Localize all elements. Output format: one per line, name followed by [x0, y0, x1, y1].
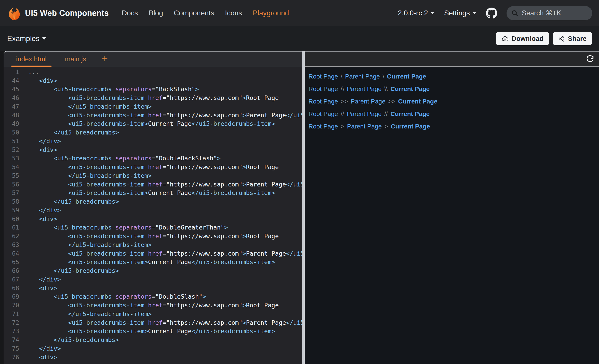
code-token-tag: >	[242, 181, 246, 188]
line-number: 50	[4, 129, 25, 136]
code-line: 50 </ui5-breadcrumbs>	[4, 128, 302, 137]
code-line: 72 <ui5-breadcrumbs-item href="https://w…	[4, 318, 302, 327]
download-button[interactable]: Download	[496, 32, 549, 45]
nav-link-icons[interactable]: Icons	[225, 9, 242, 17]
breadcrumb-link[interactable]: Parent Page	[351, 98, 386, 105]
breadcrumb-current: Current Page	[387, 73, 426, 80]
code-line: 75 </div>	[4, 344, 302, 353]
breadcrumb-link[interactable]: Root Page	[308, 98, 338, 105]
code-token-muted: ...	[25, 68, 39, 75]
tab-index-html[interactable]: index.html	[11, 51, 52, 67]
code-area[interactable]: 1 ...44 <div>45 <ui5-breadcrumbs separat…	[4, 67, 302, 364]
line-number: 74	[4, 336, 25, 343]
refresh-icon[interactable]	[586, 55, 594, 63]
breadcrumb-link[interactable]: Root Page	[308, 110, 338, 118]
code-line: 64 <ui5-breadcrumbs-item href="https://w…	[4, 249, 302, 258]
settings-label: Settings	[444, 9, 470, 17]
code-token-str: ="DoubleSlash"	[152, 293, 203, 300]
search-box[interactable]	[507, 6, 592, 20]
nav-link-playground[interactable]: Playground	[253, 9, 289, 17]
code-token-tag: <ui5-breadcrumbs-item	[25, 163, 148, 170]
search-input[interactable]	[522, 9, 584, 17]
line-number: 73	[4, 328, 25, 335]
line-number: 71	[4, 311, 25, 317]
code-token-tag: </ui5-breadcrumbs>	[25, 267, 119, 274]
breadcrumb-separator: >>	[388, 98, 396, 105]
code-token-text: Parent Page	[246, 181, 286, 188]
line-number: 66	[4, 267, 25, 274]
version-dropdown[interactable]: 2.0.0-rc.2	[398, 9, 435, 17]
code-token-tag: <ui5-breadcrumbs-item	[25, 233, 148, 239]
editor-tab-bar: index.htmlmain.js+	[4, 51, 302, 67]
ui5-phoenix-logo-icon[interactable]	[7, 6, 22, 21]
code-token-tag: <ui5-breadcrumbs-item	[25, 250, 148, 257]
breadcrumb-link[interactable]: Root Page	[308, 85, 338, 93]
code-token-str: ="BackSlash"	[152, 86, 195, 93]
code-token-text: Root Page	[246, 233, 279, 239]
code-token-tag: </div>	[25, 138, 61, 144]
code-token-tag: </ui5-breadcrumbs-item>	[286, 112, 302, 119]
settings-dropdown[interactable]: Settings	[444, 9, 477, 17]
nav-link-blog[interactable]: Blog	[149, 9, 163, 17]
breadcrumb-link[interactable]: Root Page	[308, 123, 338, 130]
github-icon[interactable]	[486, 8, 497, 19]
line-number: 62	[4, 233, 25, 239]
code-line: 48 <ui5-breadcrumbs-item href="https://w…	[4, 111, 302, 119]
code-line: 52 <div>	[4, 145, 302, 154]
code-token-text: Parent Page	[246, 250, 286, 257]
code-token-tag: >	[242, 302, 246, 309]
code-line: 59 </div>	[4, 206, 302, 215]
code-token-tag: <ui5-breadcrumbs	[25, 86, 115, 93]
code-token-tag: </div>	[25, 345, 61, 352]
breadcrumb-separator: >>	[341, 98, 348, 105]
code-line: 44 <div>	[4, 76, 302, 85]
code-token-tag: </ui5-breadcrumbs-item>	[25, 172, 152, 179]
breadcrumb-link[interactable]: Parent Page	[347, 110, 382, 118]
code-line: 45 <ui5-breadcrumbs separators="BackSlas…	[4, 85, 302, 94]
tab-main-js[interactable]: main.js	[60, 51, 91, 67]
nav-link-components[interactable]: Components	[174, 9, 214, 17]
code-token-tag: <div>	[25, 354, 57, 361]
line-number: 57	[4, 189, 25, 196]
code-token-tag: >	[203, 293, 206, 300]
line-number: 53	[4, 155, 25, 162]
line-number: 55	[4, 172, 25, 179]
code-token-tag: </ui5-breadcrumbs-item>	[25, 311, 152, 317]
examples-dropdown[interactable]: Examples	[7, 34, 46, 43]
code-line: 62 <ui5-breadcrumbs-item href="https://w…	[4, 232, 302, 240]
brand-title[interactable]: UI5 Web Components	[25, 8, 109, 18]
code-token-str: ="https://www.sap.com"	[163, 250, 243, 257]
line-number: 72	[4, 319, 25, 326]
code-line: 61 <ui5-breadcrumbs separators="DoubleGr…	[4, 223, 302, 232]
code-token-tag: >	[242, 319, 246, 326]
share-button[interactable]: Share	[553, 32, 592, 45]
code-token-text: Current Page	[148, 120, 192, 127]
code-line: 47 </ui5-breadcrumbs-item>	[4, 102, 302, 111]
code-token-tag: <ui5-breadcrumbs-item	[25, 181, 148, 188]
line-number: 68	[4, 285, 25, 291]
breadcrumb-link[interactable]: Parent Page	[345, 73, 380, 80]
code-line: 58 </ui5-breadcrumbs>	[4, 197, 302, 206]
code-token-tag: >	[195, 86, 199, 93]
split-divider-handle[interactable]	[302, 51, 305, 364]
line-number: 69	[4, 293, 25, 300]
code-token-str: ="https://www.sap.com"	[163, 94, 243, 101]
line-number: 76	[4, 354, 25, 361]
breadcrumb-link[interactable]: Root Page	[308, 73, 338, 80]
chevron-down-icon	[431, 12, 435, 14]
nav-link-docs[interactable]: Docs	[122, 9, 138, 17]
code-line: 51 </div>	[4, 137, 302, 145]
line-number: 52	[4, 146, 25, 153]
code-token-tag: <ui5-breadcrumbs-item>	[25, 189, 148, 196]
code-token-text: Current Page	[148, 328, 192, 335]
nav-links: DocsBlogComponentsIconsPlayground	[122, 9, 289, 17]
code-token-tag: <ui5-breadcrumbs-item	[25, 319, 148, 326]
breadcrumb-row: Root Page>Parent Page>Current Page	[308, 120, 599, 133]
breadcrumb-link[interactable]: Parent Page	[347, 123, 382, 130]
breadcrumb-link[interactable]: Parent Page	[347, 85, 382, 93]
code-line: 54 <ui5-breadcrumbs-item href="https://w…	[4, 163, 302, 171]
code-token-str: ="https://www.sap.com"	[163, 163, 243, 170]
code-token-tag: </div>	[25, 276, 61, 283]
add-tab-button[interactable]: +	[100, 51, 110, 67]
code-token-attr: href	[148, 302, 163, 309]
